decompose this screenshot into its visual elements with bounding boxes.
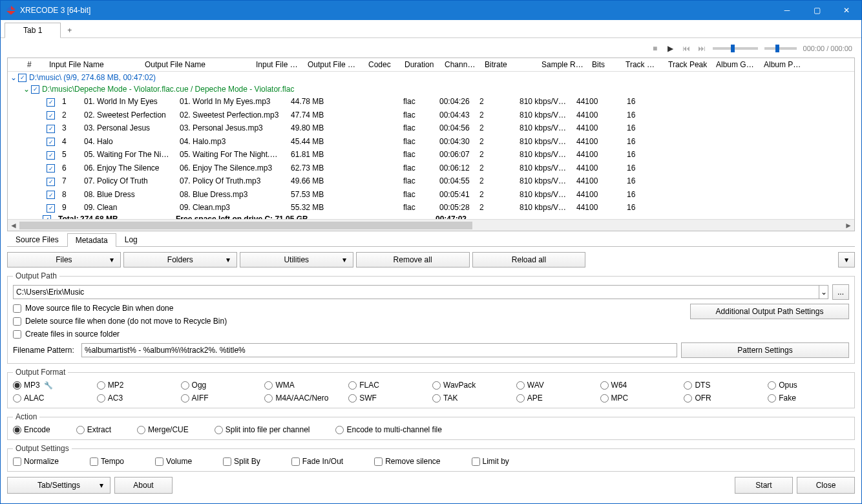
- setting-remove-silence[interactable]: Remove silence: [374, 457, 440, 466]
- volume-slider[interactable]: [764, 47, 797, 50]
- row-checkbox[interactable]: ✓: [47, 111, 55, 120]
- close-window-button[interactable]: ✕: [832, 1, 861, 20]
- format-ofr[interactable]: OFR: [684, 394, 765, 403]
- col-input[interactable]: Input File Name: [45, 58, 141, 71]
- table-row[interactable]: ✓909. Clean09. Clean.mp355.32 MBflac00:0…: [8, 201, 854, 215]
- format-flac[interactable]: FLAC: [348, 381, 430, 390]
- format-ac3[interactable]: AC3: [97, 394, 178, 403]
- action-encode[interactable]: Encode: [13, 425, 50, 434]
- next-icon[interactable]: ⏭: [697, 44, 706, 53]
- remove-all-button[interactable]: Remove all: [356, 252, 470, 268]
- extra-menu-button[interactable]: ▾: [838, 252, 855, 268]
- subtab-source[interactable]: Source Files: [7, 233, 67, 246]
- setting-limit-by[interactable]: Limit by: [472, 457, 509, 466]
- format-m4aaacnero[interactable]: M4A/AAC/Nero: [264, 394, 346, 403]
- album-checkbox[interactable]: ✓: [31, 85, 39, 94]
- format-ogg[interactable]: Ogg: [181, 381, 262, 390]
- col-num[interactable]: #: [23, 58, 45, 71]
- utilities-button[interactable]: Utilities▾: [240, 252, 353, 268]
- action-merge-cue[interactable]: Merge/CUE: [137, 425, 189, 434]
- format-w64[interactable]: W64: [600, 381, 682, 390]
- collapse-icon[interactable]: ⌄: [10, 73, 18, 82]
- tab-main[interactable]: Tab 1: [5, 23, 61, 38]
- maximize-button[interactable]: ▢: [802, 1, 832, 20]
- row-checkbox[interactable]: ✓: [47, 191, 55, 199]
- setting-split-by[interactable]: Split By: [223, 457, 260, 466]
- table-row[interactable]: ✓606. Enjoy The Silence06. Enjoy The Sil…: [8, 162, 854, 175]
- close-button[interactable]: Close: [797, 477, 855, 494]
- row-checkbox[interactable]: ✓: [47, 204, 55, 213]
- h-scrollbar[interactable]: ◄ ►: [8, 219, 854, 231]
- format-opus[interactable]: Opus: [768, 381, 849, 390]
- seek-slider[interactable]: [713, 47, 758, 50]
- format-alac[interactable]: ALAC: [13, 394, 94, 403]
- table-row[interactable]: ✓808. Blue Dress08. Blue Dress.mp357.53 …: [8, 188, 854, 202]
- prev-icon[interactable]: ⏮: [682, 44, 691, 53]
- format-ape[interactable]: APE: [516, 394, 598, 403]
- delete-source-checkbox[interactable]: Delete source file when done (do not mov…: [13, 317, 690, 326]
- action-encode-to-multi-channel-file[interactable]: Encode to multi-channel file: [335, 425, 441, 434]
- tree-root[interactable]: ⌄ ✓ D:\music\ (9/9, 274.68 MB, 00:47:02): [8, 72, 854, 83]
- stop-icon[interactable]: ■: [651, 44, 660, 53]
- format-fake[interactable]: Fake: [768, 394, 849, 403]
- row-checkbox[interactable]: ✓: [47, 138, 55, 146]
- col-ag[interactable]: Album Gain: [712, 58, 760, 71]
- tree-album[interactable]: ⌄ ✓ D:\music\Depeche Mode - Violator.fla…: [8, 83, 854, 95]
- tab-settings-button[interactable]: Tab/Settings▾: [7, 477, 110, 494]
- format-wav[interactable]: WAV: [516, 381, 598, 390]
- col-sr[interactable]: Sample Rate: [538, 58, 588, 71]
- col-br[interactable]: Bitrate: [481, 58, 538, 71]
- files-button[interactable]: Files▾: [7, 252, 121, 268]
- col-ch[interactable]: Channels: [441, 58, 481, 71]
- setting-normalize[interactable]: Normalize: [13, 457, 59, 466]
- action-extract[interactable]: Extract: [76, 425, 111, 434]
- row-checkbox[interactable]: ✓: [47, 178, 55, 186]
- format-dts[interactable]: DTS: [684, 381, 765, 390]
- row-checkbox[interactable]: ✓: [47, 164, 55, 173]
- total-checkbox[interactable]: ✓: [43, 215, 51, 219]
- new-tab-button[interactable]: +: [61, 23, 78, 37]
- col-isize[interactable]: Input File Size: [252, 58, 304, 71]
- additional-path-settings-button[interactable]: Additional Output Path Settings: [690, 304, 849, 319]
- col-tp[interactable]: Track Peak: [664, 58, 712, 71]
- minimize-button[interactable]: ─: [772, 1, 802, 20]
- col-dur[interactable]: Duration: [401, 58, 441, 71]
- create-in-source-checkbox[interactable]: Create files in source folder: [13, 330, 690, 339]
- subtab-log[interactable]: Log: [116, 233, 146, 246]
- table-row[interactable]: ✓303. Personal Jesus03. Personal Jesus.m…: [8, 121, 854, 135]
- row-checkbox[interactable]: ✓: [47, 98, 55, 107]
- table-row[interactable]: ✓505. Waiting For The Night05. Waiting F…: [8, 148, 854, 162]
- folders-button[interactable]: Folders▾: [123, 252, 237, 268]
- reload-all-button[interactable]: Reload all: [472, 252, 586, 268]
- table-row[interactable]: ✓707. Policy Of Truth07. Policy Of Truth…: [8, 174, 854, 188]
- scroll-left-icon[interactable]: ◄: [8, 220, 19, 231]
- collapse-icon[interactable]: ⌄: [23, 85, 31, 94]
- table-row[interactable]: ✓101. World In My Eyes01. World In My Ey…: [8, 95, 854, 109]
- col-tg[interactable]: Track Gain: [622, 58, 664, 71]
- setting-tempo[interactable]: Tempo: [90, 457, 124, 466]
- play-icon[interactable]: ▶: [666, 44, 675, 53]
- table-row[interactable]: ✓202. Sweetest Perfection02. Sweetest Pe…: [8, 109, 854, 122]
- grid-header[interactable]: # Input File Name Output File Name Input…: [8, 58, 854, 72]
- about-button[interactable]: About: [114, 477, 173, 494]
- format-wma[interactable]: WMA: [264, 381, 346, 390]
- format-mp2[interactable]: MP2: [97, 381, 178, 390]
- col-output[interactable]: Output File Name: [141, 58, 252, 71]
- row-checkbox[interactable]: ✓: [47, 151, 55, 160]
- setting-fade-in-out[interactable]: Fade In/Out: [291, 457, 343, 466]
- col-osize[interactable]: Output File Size: [304, 58, 364, 71]
- output-path-input[interactable]: [13, 285, 819, 299]
- format-mp3[interactable]: MP3🔧: [13, 381, 94, 390]
- col-codec[interactable]: Codec: [364, 58, 401, 71]
- format-tak[interactable]: TAK: [432, 394, 514, 403]
- format-mpc[interactable]: MPC: [600, 394, 682, 403]
- root-checkbox[interactable]: ✓: [18, 74, 26, 82]
- move-to-bin-checkbox[interactable]: Move source file to Recycle Bin when don…: [13, 304, 690, 313]
- scroll-right-icon[interactable]: ►: [843, 220, 854, 231]
- table-row[interactable]: ✓404. Halo04. Halo.mp345.44 MBflac00:04:…: [8, 135, 854, 149]
- col-ap[interactable]: Album Peak: [760, 58, 808, 71]
- format-aiff[interactable]: AIFF: [181, 394, 262, 403]
- subtab-metadata[interactable]: Metadata: [67, 233, 116, 247]
- start-button[interactable]: Start: [735, 477, 793, 494]
- wrench-icon[interactable]: 🔧: [44, 381, 53, 390]
